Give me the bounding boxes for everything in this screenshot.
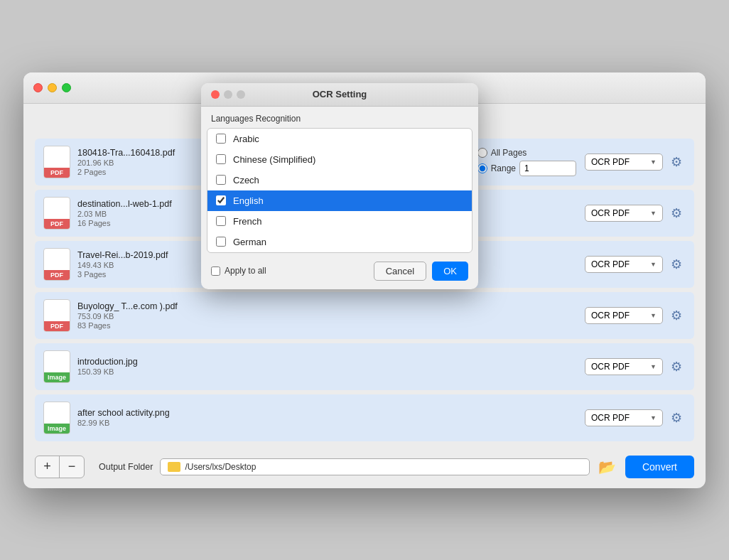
ocr-format-dropdown[interactable]: OCR PDF ▼ <box>585 358 663 375</box>
convert-button[interactable]: Convert <box>625 456 694 478</box>
file-badge: Image <box>44 372 70 382</box>
file-info: after school activity.png 82.99 KB <box>77 408 578 427</box>
file-controls: All Pages Range OCR PDF ▼ ⚙ <box>477 148 686 176</box>
modal-footer: Apply to all Cancel OK <box>201 253 478 289</box>
french-checkbox[interactable] <box>216 216 226 226</box>
list-item[interactable]: Arabic <box>207 129 472 149</box>
modal-close-button[interactable] <box>211 90 220 99</box>
list-item[interactable]: German <box>207 232 472 252</box>
ocr-format-dropdown[interactable]: OCR PDF ▼ <box>585 205 663 222</box>
settings-gear-button[interactable]: ⚙ <box>667 204 686 222</box>
file-badge: Image <box>44 424 70 434</box>
dropdown-arrow-icon: ▼ <box>650 363 657 370</box>
add-remove-group: + − <box>35 456 85 478</box>
maximize-button[interactable] <box>62 83 71 92</box>
file-badge: PDF <box>44 168 70 178</box>
language-name: Arabic <box>233 134 259 144</box>
minimize-button[interactable] <box>48 83 57 92</box>
ocr-format-label: OCR PDF <box>591 311 630 321</box>
ocr-format-dropdown[interactable]: OCR PDF ▼ <box>585 409 663 426</box>
arabic-checkbox[interactable] <box>216 134 226 144</box>
file-icon: PDF <box>43 299 70 332</box>
file-name: after school activity.png <box>77 408 578 418</box>
ocr-format-dropdown[interactable]: OCR PDF ▼ <box>585 154 663 171</box>
modal-traffic-lights <box>211 90 245 99</box>
dropdown-arrow-icon: ▼ <box>650 210 657 217</box>
range-text-input[interactable] <box>519 161 576 176</box>
apply-all-text: Apply to all <box>225 266 266 276</box>
ocr-format-label: OCR PDF <box>591 413 630 423</box>
dropdown-arrow-icon: ▼ <box>650 312 657 319</box>
dropdown-arrow-icon: ▼ <box>650 414 657 421</box>
output-path-field: /Users/lxs/Desktop <box>160 458 590 475</box>
dropdown-arrow-icon: ▼ <box>650 158 657 166</box>
browse-folder-button[interactable]: 📂 <box>597 458 618 476</box>
file-name: introduction.jpg <box>77 357 578 367</box>
language-name: Czech <box>233 175 259 185</box>
list-item[interactable]: French <box>207 211 472 232</box>
file-badge: PDF <box>44 270 70 280</box>
file-size: 150.39 KB <box>77 367 578 376</box>
file-controls: OCR PDF ▼ ⚙ <box>585 204 686 222</box>
modal-titlebar: OCR Setting <box>201 83 478 107</box>
list-item[interactable]: Czech <box>207 170 472 190</box>
settings-gear-button[interactable]: ⚙ <box>667 153 686 171</box>
remove-file-button[interactable]: − <box>60 456 84 478</box>
settings-gear-button[interactable]: ⚙ <box>667 306 686 325</box>
file-icon: PDF <box>43 146 70 178</box>
settings-gear-button[interactable]: ⚙ <box>667 255 686 274</box>
folder-icon <box>168 462 180 472</box>
file-icon: PDF <box>43 248 70 281</box>
settings-gear-button[interactable]: ⚙ <box>667 357 686 376</box>
output-folder-label: Output Folder <box>99 462 153 472</box>
ocr-setting-modal: OCR Setting Languages Recognition Arabic… <box>201 83 478 289</box>
apply-to-all-label[interactable]: Apply to all <box>211 266 266 276</box>
language-name: French <box>233 216 261 227</box>
file-size: 753.09 KB <box>77 312 578 321</box>
output-path-text: /Users/lxs/Desktop <box>185 462 256 472</box>
ocr-format-dropdown[interactable]: OCR PDF ▼ <box>585 256 663 273</box>
english-checkbox[interactable] <box>216 195 226 205</box>
file-badge: PDF <box>44 219 70 229</box>
apply-to-all-checkbox[interactable] <box>211 266 220 276</box>
file-pages: 83 Pages <box>77 321 578 330</box>
czech-checkbox[interactable] <box>216 175 226 185</box>
ocr-format-label: OCR PDF <box>591 157 630 167</box>
language-list: Arabic Chinese (Simplified) Czech Englis… <box>207 128 472 253</box>
traffic-lights <box>33 83 71 92</box>
modal-title: OCR Setting <box>313 89 367 99</box>
ok-button[interactable]: OK <box>432 262 468 281</box>
close-button[interactable] <box>33 83 43 92</box>
ocr-format-label: OCR PDF <box>591 208 630 218</box>
file-controls: OCR PDF ▼ ⚙ <box>585 255 686 274</box>
table-row: Image introduction.jpg 150.39 KB OCR PDF… <box>35 343 694 390</box>
file-icon: Image <box>43 402 70 434</box>
file-badge: PDF <box>44 321 70 331</box>
file-controls: OCR PDF ▼ ⚙ <box>585 409 686 427</box>
file-info: introduction.jpg 150.39 KB <box>77 357 578 376</box>
bottom-bar: + − Output Folder /Users/lxs/Desktop 📂 C… <box>23 446 706 488</box>
ocr-format-label: OCR PDF <box>591 362 630 372</box>
german-checkbox[interactable] <box>216 237 226 247</box>
ocr-format-dropdown[interactable]: OCR PDF ▼ <box>585 307 663 324</box>
chinese-simplified-checkbox[interactable] <box>216 154 226 164</box>
list-item[interactable]: Chinese (Simplified) <box>207 149 472 170</box>
file-icon: Image <box>43 350 70 383</box>
modal-overlay: OCR Setting Languages Recognition Arabic… <box>222 104 500 311</box>
add-file-button[interactable]: + <box>36 456 60 478</box>
file-size: 82.99 KB <box>77 419 578 427</box>
modal-minimize-button[interactable] <box>224 90 232 99</box>
language-name: German <box>233 237 266 247</box>
dropdown-arrow-icon: ▼ <box>650 261 657 268</box>
file-controls: OCR PDF ▼ ⚙ <box>585 357 686 376</box>
modal-maximize-button[interactable] <box>237 90 245 99</box>
languages-section-label: Languages Recognition <box>201 107 478 128</box>
file-icon: PDF <box>43 197 70 230</box>
table-row: Image after school activity.png 82.99 KB… <box>35 394 694 441</box>
cancel-button[interactable]: Cancel <box>374 262 426 281</box>
language-name: Chinese (Simplified) <box>233 154 315 165</box>
settings-gear-button[interactable]: ⚙ <box>667 409 686 427</box>
file-controls: OCR PDF ▼ ⚙ <box>585 306 686 325</box>
list-item-selected[interactable]: English <box>207 190 472 211</box>
language-name: English <box>233 195 264 206</box>
